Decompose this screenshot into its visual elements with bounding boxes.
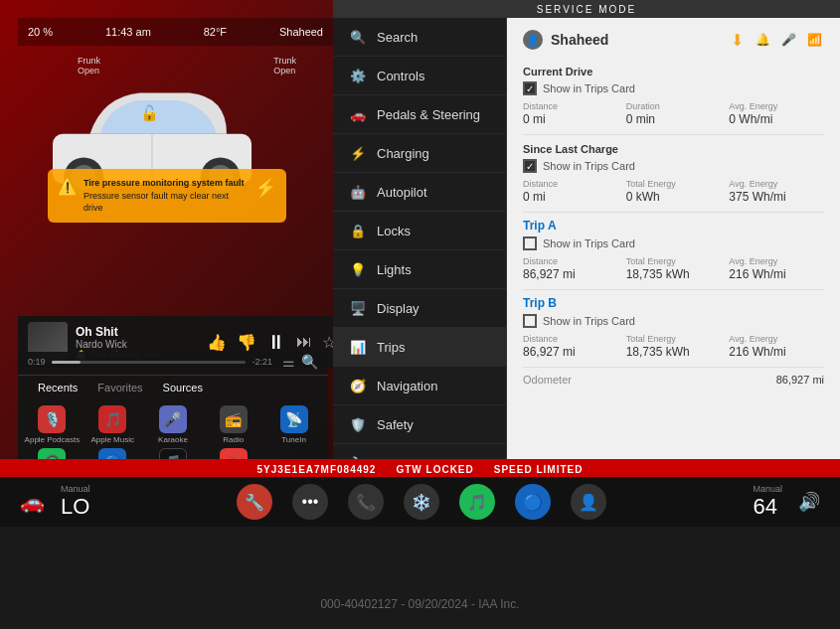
phone-button[interactable]: 📞 — [348, 484, 384, 520]
app-radio[interactable]: 📻 Radio — [205, 405, 261, 444]
trip-a-distance: Distance 86,927 mi — [523, 256, 618, 281]
since-last-charge-checkbox[interactable]: ✓ — [523, 159, 537, 173]
tab-recents[interactable]: Recents — [28, 380, 87, 395]
since-last-charge-checkbox-row[interactable]: ✓ Show in Trips Card — [523, 159, 824, 173]
menu-safety-label: Safety — [377, 417, 414, 432]
app-apple-podcasts[interactable]: 🎙️ Apple Podcasts — [24, 405, 81, 444]
menu-item-controls[interactable]: ⚙️ Controls — [333, 57, 506, 95]
left-panel: 20 % 11:43 am 82°F Shaheed Frunk Open Tr… — [0, 0, 333, 487]
radio-label: Radio — [223, 435, 244, 444]
menu-item-safety[interactable]: 🛡️ Safety — [333, 405, 506, 444]
trip-b-avg-energy: Avg. Energy 216 Wh/mi — [729, 334, 824, 359]
gear-value: LO — [61, 494, 90, 520]
menu-pedals-label: Pedals & Steering — [377, 107, 480, 122]
karaoke-icon: 🎤 — [159, 405, 187, 433]
current-drive-checkbox-row[interactable]: ✓ Show in Trips Card — [523, 81, 824, 95]
bluetooth-bottom-icon[interactable]: 🔵 — [515, 484, 551, 520]
alert-body: Pressure sensor fault may clear next dri… — [84, 190, 249, 215]
menu-item-charging[interactable]: ⚡ Charging — [333, 134, 506, 173]
app-karaoke[interactable]: 🎤 Karaoke — [145, 405, 202, 444]
time-display: 11:43 am — [105, 26, 151, 38]
trips-icon: 📊 — [349, 338, 367, 356]
trip-b-checkbox-row[interactable]: Show in Trips Card — [523, 314, 824, 328]
trip-a-checkbox-row[interactable]: Show in Trips Card — [523, 236, 824, 250]
menu-item-trips[interactable]: 📊 Trips — [333, 328, 506, 367]
user-icons-row: ⬇ 🔔 🎤 📶 — [727, 30, 824, 50]
menu-item-locks[interactable]: 🔒 Locks — [333, 212, 506, 250]
car-bottom-icon[interactable]: 🚗 — [20, 490, 45, 514]
trip-a-title[interactable]: Trip A — [523, 219, 824, 233]
menu-item-autopilot[interactable]: 🤖 Autopilot — [333, 173, 506, 212]
download-icon: ⬇ — [727, 30, 747, 50]
menu-item-search[interactable]: 🔍 Search — [333, 18, 506, 57]
thumbs-up-icon[interactable]: 👍 — [207, 333, 227, 352]
progress-fill — [52, 361, 81, 364]
trip-b-distance: Distance 86,927 mi — [523, 334, 618, 359]
play-pause-button[interactable]: ⏸ — [266, 331, 286, 354]
trip-a-show-label: Show in Trips Card — [543, 237, 635, 249]
trip-b-distance-value: 86,927 mi — [523, 345, 618, 359]
equalizer-icon[interactable]: ⚌ — [282, 354, 295, 370]
slc-total-energy-value: 0 kWh — [626, 190, 722, 204]
current-drive-checkbox[interactable]: ✓ — [523, 81, 537, 95]
trip-b-show-label: Show in Trips Card — [543, 315, 635, 327]
spotify-bottom-icon[interactable]: 🎵 — [459, 484, 495, 520]
menu-item-navigation[interactable]: 🧭 Navigation — [333, 367, 506, 405]
current-drive-distance-label: Distance — [523, 101, 618, 111]
bottom-left-group: 🚗 Manual LO — [20, 484, 90, 520]
gear-display: Manual LO — [61, 484, 90, 520]
speed-label: Manual — [753, 484, 782, 494]
gear-label: Manual — [61, 484, 90, 494]
divider-4 — [523, 367, 824, 368]
since-last-charge-label: Show in Trips Card — [543, 160, 635, 172]
climate-button[interactable]: ❄️ — [404, 484, 439, 520]
tab-favorites[interactable]: Favorites — [87, 380, 152, 395]
track-title: Oh Shit — [76, 325, 199, 339]
trip-a-total-energy-value: 18,735 kWh — [626, 267, 722, 281]
profile-bottom-button[interactable]: 👤 — [571, 484, 606, 520]
media-controls[interactable]: 👍 👎 ⏸ ⏭ ☆ — [207, 331, 336, 354]
apple-podcasts-label: Apple Podcasts — [25, 435, 81, 444]
odometer-label: Odometer — [523, 374, 572, 386]
alert-title: Tire pressure monitoring system fault — [84, 177, 249, 190]
temp-display: 82°F — [204, 26, 227, 38]
app-apple-music[interactable]: 🎵 Apple Music — [84, 405, 141, 444]
since-last-charge-stats: Distance 0 mi Total Energy 0 kWh Avg. En… — [523, 179, 824, 204]
current-drive-distance-value: 0 mi — [523, 112, 618, 126]
menu-item-lights[interactable]: 💡 Lights — [333, 250, 506, 289]
trunk-area: Trunk Open — [273, 56, 296, 76]
menu-item-pedals[interactable]: 🚗 Pedals & Steering — [333, 95, 506, 134]
search-icon: 🔍 — [349, 28, 367, 46]
progress-bar[interactable] — [52, 361, 247, 364]
skip-forward-icon[interactable]: ⏭ — [296, 333, 312, 351]
menu-item-display[interactable]: 🖥️ Display — [333, 289, 506, 328]
service-mode-top-bar: SERVICE MODE — [333, 0, 840, 18]
wrench-button[interactable]: 🔧 — [237, 484, 272, 520]
trip-b-avg-energy-value: 216 Wh/mi — [729, 345, 824, 359]
trip-a-total-energy-label: Total Energy — [626, 256, 722, 266]
current-drive-checkbox-label: Show in Trips Card — [543, 82, 635, 94]
source-tabs: Recents Favorites Sources — [18, 375, 328, 399]
slc-total-energy-label: Total Energy — [626, 179, 722, 189]
trip-b-title[interactable]: Trip B — [523, 296, 824, 310]
thumbs-down-icon[interactable]: 👎 — [237, 333, 256, 352]
menu-trips-label: Trips — [377, 340, 405, 355]
more-button[interactable]: ••• — [292, 484, 328, 520]
apple-podcasts-icon: 🎙️ — [38, 405, 66, 433]
tab-sources[interactable]: Sources — [153, 380, 213, 395]
app-tunein[interactable]: 📡 TuneIn — [265, 405, 322, 444]
trip-b-checkbox[interactable] — [523, 314, 537, 328]
search-media-icon[interactable]: 🔍 — [301, 354, 318, 370]
volume-icon[interactable]: 🔊 — [798, 491, 820, 513]
user-display-top: Shaheed — [279, 26, 323, 38]
trip-a-checkbox[interactable] — [523, 236, 537, 250]
locks-icon: 🔒 — [349, 222, 367, 239]
pedals-icon: 🚗 — [349, 105, 367, 123]
radio-icon: 📻 — [220, 405, 248, 433]
current-drive-stats: Distance 0 mi Duration 0 min Avg. Energy… — [523, 101, 824, 126]
time-elapsed: 0:19 — [28, 357, 46, 367]
trip-b-total-energy: Total Energy 18,735 kWh — [626, 334, 722, 359]
speed-limited-status: SPEED LIMITED — [494, 464, 584, 475]
trip-b-total-energy-label: Total Energy — [626, 334, 722, 344]
service-mode-text: SERVICE MODE — [537, 4, 637, 15]
